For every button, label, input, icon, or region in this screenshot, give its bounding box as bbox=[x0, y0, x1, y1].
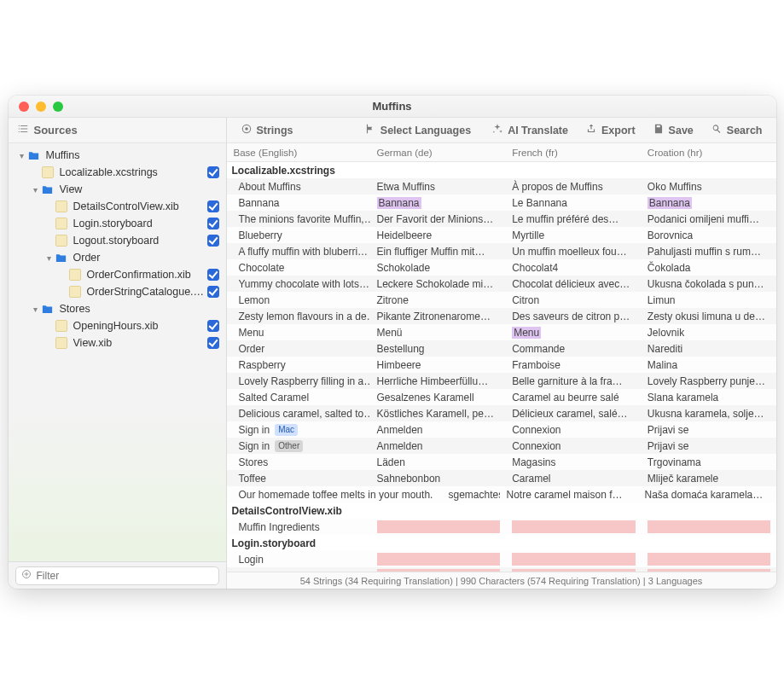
include-checkbox[interactable] bbox=[207, 320, 219, 332]
cell-french[interactable]: Le muffin préféré des… bbox=[505, 211, 641, 227]
include-checkbox[interactable] bbox=[207, 166, 219, 178]
table-row[interactable]: DetailsControlView.xib bbox=[227, 502, 776, 519]
cell-base[interactable]: Order bbox=[227, 340, 370, 357]
cell-german[interactable]: Menü bbox=[370, 324, 506, 340]
table-row[interactable]: BlueberryHeidelbeereMyrtilleBorovnica bbox=[227, 227, 776, 243]
cell-german[interactable]: Anmelden bbox=[370, 421, 506, 438]
table-row[interactable]: Sign inOtherAnmeldenConnexionPrijavi se bbox=[227, 438, 776, 454]
cell-german[interactable]: Schokolade bbox=[370, 259, 506, 276]
table-row[interactable]: Login bbox=[227, 551, 776, 567]
cell-french[interactable]: Connexion bbox=[505, 438, 641, 454]
include-checkbox[interactable] bbox=[207, 269, 219, 281]
cell-base[interactable]: Raspberry bbox=[227, 357, 370, 373]
cell-croatian[interactable]: Lovely Raspberry punje… bbox=[641, 373, 776, 389]
tree-item[interactable]: Login.storyboard bbox=[9, 215, 226, 232]
column-french[interactable]: French (fr) bbox=[505, 143, 641, 161]
cell-base[interactable]: Chocolate bbox=[227, 259, 370, 276]
table-row[interactable]: OrderBestellungCommandeNarediti bbox=[227, 340, 776, 357]
tree-item[interactable]: ▾Order bbox=[9, 249, 226, 266]
cell-base[interactable]: Sign inMac bbox=[227, 421, 370, 438]
table-row[interactable]: MenuMenüMenuJelovnik bbox=[227, 324, 776, 340]
cell-croatian[interactable]: Mliječ karamele bbox=[641, 470, 776, 486]
cell-french[interactable]: Belle garniture à la fra… bbox=[505, 373, 641, 389]
tree-item[interactable]: View.xib bbox=[9, 334, 226, 351]
cell-croatian[interactable]: Borovnica bbox=[641, 227, 776, 243]
table-row[interactable]: Zesty lemon flavours in a de…Pikante Zit… bbox=[227, 308, 776, 324]
table-row[interactable]: About MuffinsEtwa MuffinsÀ propos de Muf… bbox=[227, 178, 776, 195]
cell-croatian[interactable]: Naša domaća karamela… bbox=[638, 486, 776, 502]
cell-base[interactable]: Delicious caramel, salted to… bbox=[227, 405, 370, 421]
cell-german[interactable]: Heidelbeere bbox=[370, 227, 506, 243]
table-row[interactable]: Salted CaramelGesalzenes KaramellCaramel… bbox=[227, 389, 776, 405]
cell-french[interactable]: Un muffin moelleux fou… bbox=[505, 243, 641, 259]
cell-german[interactable]: Läden bbox=[370, 454, 506, 470]
cell-german[interactable]: Zitrone bbox=[370, 292, 506, 308]
ai-translate-button[interactable]: AI Translate bbox=[485, 121, 575, 140]
cell-french[interactable] bbox=[505, 551, 641, 567]
cell-german[interactable]: Gesalzenes Karamell bbox=[370, 389, 506, 405]
include-checkbox[interactable] bbox=[207, 200, 219, 212]
cell-german[interactable]: Pikante Zitronenarome… bbox=[370, 308, 506, 324]
cell-german[interactable]: Bannana bbox=[370, 195, 506, 211]
cell-croatian[interactable]: Pahuljasti muffin s rum… bbox=[641, 243, 776, 259]
table-row[interactable]: Muffin Ingredients bbox=[227, 519, 776, 535]
tree-item[interactable]: ▾View bbox=[9, 181, 226, 198]
table-row[interactable]: The minions favorite Muffin,…Der Favorit… bbox=[227, 211, 776, 227]
cell-croatian[interactable]: Malina bbox=[641, 357, 776, 373]
cell-french[interactable]: Connexion bbox=[505, 421, 641, 438]
source-tree[interactable]: ▾MuffinsLocalizable.xcstrings▾ViewDetail… bbox=[9, 143, 226, 561]
cell-german[interactable]: Der Favorit der Minions… bbox=[370, 211, 506, 227]
table-row[interactable]: Our homemade toffee melts in your mouth.… bbox=[227, 486, 776, 502]
cell-german[interactable]: Leckere Schokolade mi… bbox=[370, 276, 506, 292]
cell-croatian[interactable]: Prijavi se bbox=[641, 438, 776, 454]
table-row[interactable]: LemonZitroneCitronLimun bbox=[227, 292, 776, 308]
table-row[interactable]: Lovely Raspberry filling in a…Herrliche … bbox=[227, 373, 776, 389]
cell-french[interactable]: Citron bbox=[505, 292, 641, 308]
include-checkbox[interactable] bbox=[207, 235, 219, 247]
column-base[interactable]: Base (English) bbox=[227, 143, 370, 161]
cell-base[interactable]: The minions favorite Muffin,… bbox=[227, 211, 370, 227]
cell-french[interactable]: Magasins bbox=[505, 454, 641, 470]
cell-german[interactable]: Herrliche Himbeerfüllu… bbox=[370, 373, 506, 389]
column-croatian[interactable]: Croation (hr) bbox=[641, 143, 776, 161]
tree-item[interactable]: ▾Stores bbox=[9, 300, 226, 317]
table-row[interactable]: Delicious caramel, salted to…Köstliches … bbox=[227, 405, 776, 421]
cell-base[interactable]: Stores bbox=[227, 454, 370, 470]
tree-item[interactable]: DetailsControlView.xib bbox=[9, 198, 226, 215]
cell-base[interactable]: Salted Caramel bbox=[227, 389, 370, 405]
cell-croatian[interactable]: Slana karamela bbox=[641, 389, 776, 405]
chevron-down-icon[interactable]: ▾ bbox=[31, 305, 41, 314]
table-row[interactable]: A fluffy muffin with bluberri…Ein fluffi… bbox=[227, 243, 776, 259]
cell-base[interactable]: Yummy chocolate with lots… bbox=[227, 276, 370, 292]
table-row[interactable]: Sign inMacAnmeldenConnexionPrijavi se bbox=[227, 421, 776, 438]
cell-french[interactable]: Notre caramel maison f… bbox=[500, 486, 638, 502]
table-row[interactable]: BannanaBannanaLe BannanaBannana bbox=[227, 195, 776, 211]
cell-base[interactable]: Bannana bbox=[227, 195, 370, 211]
cell-base[interactable]: Blueberry bbox=[227, 227, 370, 243]
cell-french[interactable]: Chocolat4 bbox=[505, 259, 641, 276]
chevron-down-icon[interactable]: ▾ bbox=[31, 185, 41, 195]
chevron-down-icon[interactable]: ▾ bbox=[17, 151, 27, 160]
cell-german[interactable]: Ein fluffiger Muffin mit… bbox=[370, 243, 506, 259]
cell-base[interactable]: Login bbox=[227, 551, 370, 567]
cell-french[interactable]: Menu bbox=[505, 324, 641, 340]
cell-base[interactable]: Sign inOther bbox=[227, 438, 370, 454]
cell-croatian[interactable]: Prijavi se bbox=[641, 421, 776, 438]
cell-base[interactable]: About Muffins bbox=[227, 178, 370, 195]
cell-base[interactable]: Menu bbox=[227, 324, 370, 340]
cell-croatian[interactable] bbox=[641, 551, 776, 567]
table-row[interactable]: Yummy chocolate with lots…Leckere Schoko… bbox=[227, 276, 776, 292]
include-checkbox[interactable] bbox=[207, 218, 219, 229]
table-row[interactable]: StoresLädenMagasinsTrgovinama bbox=[227, 454, 776, 470]
table-row[interactable]: Login.storyboard bbox=[227, 535, 776, 551]
cell-croatian[interactable]: Podanici omiljeni muffi… bbox=[641, 211, 776, 227]
tree-item[interactable]: Logout.storyboard bbox=[9, 232, 226, 249]
cell-croatian[interactable]: Jelovnik bbox=[641, 324, 776, 340]
filter-field[interactable] bbox=[15, 566, 219, 585]
cell-base[interactable]: Zesty lemon flavours in a de… bbox=[227, 308, 370, 324]
cell-base[interactable]: Muffin Ingredients bbox=[227, 519, 370, 535]
table-row[interactable]: Localizable.xcstrings bbox=[227, 162, 776, 178]
cell-german[interactable]: sgemachtes… bbox=[442, 486, 500, 502]
cell-croatian[interactable]: Limun bbox=[641, 292, 776, 308]
tree-item[interactable]: OrderStringCatalogue.xcstrings bbox=[9, 283, 226, 300]
